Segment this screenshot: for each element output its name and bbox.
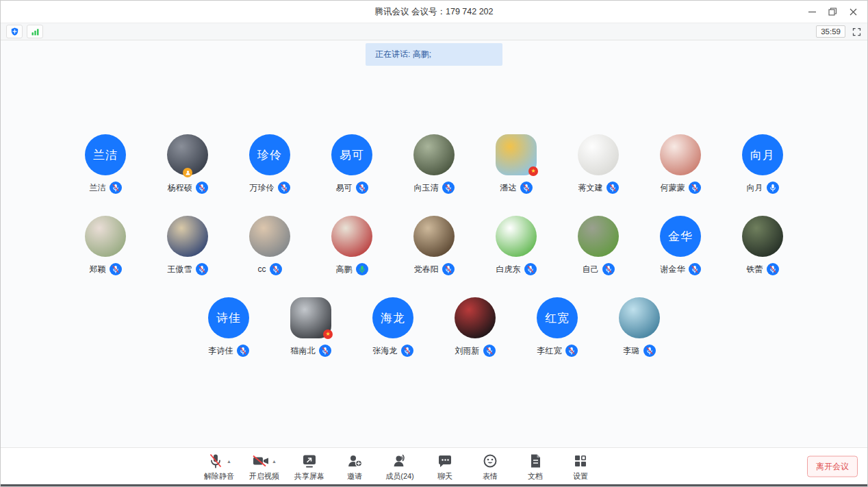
fullscreen-button[interactable]: [851, 26, 862, 37]
participant-tile[interactable]: 王傲雪: [146, 216, 229, 275]
mic-muted-icon[interactable]: [602, 263, 615, 275]
participant-name-row: 王傲雪: [168, 263, 208, 275]
minimize-icon: [808, 8, 816, 16]
participant-name: 李诗佳: [209, 345, 233, 357]
minimize-button[interactable]: [802, 2, 822, 21]
participant-name-row: 易可: [336, 182, 368, 194]
participant-tile[interactable]: 兰洁兰洁: [64, 134, 146, 194]
mic-muted-icon[interactable]: [483, 345, 496, 357]
toolbar-camera-off[interactable]: ▲开启视频: [246, 451, 282, 482]
mic-muted-icon[interactable]: [565, 345, 578, 357]
chevron-up-icon[interactable]: ▲: [227, 459, 231, 464]
restore-button[interactable]: [822, 2, 843, 21]
participant-tile[interactable]: 易可易可: [311, 134, 393, 194]
participant-tile[interactable]: 何蒙蒙: [639, 134, 722, 194]
participant-name-row: 高鹏: [336, 263, 368, 275]
mic-muted-icon[interactable]: [110, 263, 122, 275]
participant-name: 杨程硕: [168, 182, 192, 194]
toolbar-share-screen[interactable]: 共享屏幕: [292, 451, 327, 482]
participant-name-row: 铁蕾: [747, 263, 779, 275]
flag-badge-icon: ★: [323, 329, 333, 339]
participant-tile[interactable]: ★猫南北: [270, 297, 352, 357]
participant-avatar: [496, 216, 537, 257]
participant-tile[interactable]: 向月向月: [722, 134, 804, 194]
chevron-up-icon[interactable]: ▲: [272, 459, 277, 464]
mic-muted-icon[interactable]: [401, 345, 413, 357]
toolbar-invite[interactable]: 邀请: [337, 451, 372, 482]
participant-name: 刘雨新: [455, 345, 480, 357]
toolbar-item-label: 成员(24): [385, 471, 414, 482]
participant-avatar: [331, 216, 372, 257]
toolbar-items: ▲解除静音 ▲开启视频 共享屏幕 邀请 成员(24) 聊天 表情 文档: [201, 451, 598, 482]
fullscreen-icon: [852, 27, 862, 37]
window-title: 腾讯会议 会议号：179 742 202: [375, 6, 494, 18]
participant-name: 易可: [336, 182, 353, 194]
toolbar-chat[interactable]: 聊天: [427, 451, 463, 482]
mic-muted-icon[interactable]: [689, 182, 701, 194]
participant-tile[interactable]: 刘雨新: [434, 297, 516, 357]
participant-tile[interactable]: 杨程硕: [146, 134, 229, 194]
toolbar-settings[interactable]: 设置: [563, 451, 598, 482]
participant-tile[interactable]: cc: [229, 216, 311, 275]
statusbar: 35:59: [1, 23, 867, 40]
participant-avatar: [742, 216, 783, 257]
mic-muted-icon[interactable]: [689, 263, 701, 275]
participant-tile[interactable]: 自己: [557, 216, 639, 275]
participant-tile[interactable]: 诗佳李诗佳: [188, 297, 270, 357]
share-screen-icon: [301, 452, 318, 470]
mic-muted-icon[interactable]: [607, 182, 619, 194]
participant-name: 蒋文建: [578, 182, 603, 194]
participant-name-row: 向月: [747, 182, 779, 194]
host-badge-icon: [183, 168, 192, 177]
participant-avatar: [660, 134, 701, 175]
participant-avatar: [413, 134, 455, 175]
meeting-timer: 35:59: [816, 25, 845, 38]
mic-muted-icon[interactable]: [196, 182, 208, 194]
participant-grid: 兰洁兰洁 杨程硕 珍伶万珍伶 易可易可 向玉清 ★潘达 蒋文建 何蒙蒙: [1, 134, 867, 357]
participant-tile[interactable]: 向玉清: [393, 134, 475, 194]
participant-tile[interactable]: 红宽李红宽: [516, 297, 598, 357]
participant-name: 向玉清: [414, 182, 439, 194]
mic-muted-icon[interactable]: [643, 345, 656, 357]
participant-tile[interactable]: 郑颖: [64, 216, 146, 275]
participant-name: 兰洁: [90, 182, 106, 194]
mic-muted-icon[interactable]: [767, 263, 779, 275]
mic-speaking-icon[interactable]: [356, 263, 368, 275]
mic-muted-icon[interactable]: [319, 345, 331, 357]
mic-muted-icon[interactable]: [520, 182, 533, 194]
toolbar-members[interactable]: 成员(24): [382, 451, 418, 482]
network-quality-button[interactable]: [27, 25, 43, 38]
participant-tile[interactable]: 高鹏: [311, 216, 393, 275]
mic-muted-icon[interactable]: [442, 263, 455, 275]
mic-muted-icon[interactable]: [270, 263, 282, 275]
toolbar-mic-muted[interactable]: ▲解除静音: [201, 451, 237, 482]
toolbar-emoji[interactable]: 表情: [472, 451, 508, 482]
mic-muted-icon[interactable]: [196, 263, 208, 275]
mic-muted-icon[interactable]: [524, 263, 537, 275]
participant-tile[interactable]: 李璐: [598, 297, 680, 357]
participant-name: 猫南北: [291, 345, 316, 357]
participant-tile[interactable]: 金华谢金华: [639, 216, 722, 275]
mic-muted-icon[interactable]: [237, 345, 249, 357]
participant-avatar: 珍伶: [249, 134, 290, 175]
participant-tile[interactable]: ★潘达: [475, 134, 557, 194]
mic-muted-icon[interactable]: [110, 182, 122, 194]
mic-muted-icon[interactable]: [356, 182, 368, 194]
participant-name: 何蒙蒙: [661, 182, 685, 194]
mic-on-icon[interactable]: [767, 182, 779, 194]
toolbar-document[interactable]: 文档: [518, 451, 553, 482]
participant-avatar: [413, 216, 455, 257]
participant-name: cc: [258, 264, 266, 274]
leave-meeting-button[interactable]: 离开会议: [807, 455, 858, 477]
participant-tile[interactable]: 白虎东: [475, 216, 557, 275]
participant-tile[interactable]: 海龙张海龙: [352, 297, 434, 357]
mic-muted-icon[interactable]: [278, 182, 290, 194]
close-button[interactable]: [843, 2, 863, 21]
participant-tile[interactable]: 铁蕾: [722, 216, 804, 275]
meeting-security-button[interactable]: [6, 25, 23, 38]
mic-muted-icon[interactable]: [442, 182, 455, 194]
participant-tile[interactable]: 党春阳: [393, 216, 475, 275]
participant-tile[interactable]: 蒋文建: [557, 134, 639, 194]
toolbar-item-label: 设置: [573, 471, 588, 482]
participant-tile[interactable]: 珍伶万珍伶: [229, 134, 311, 194]
